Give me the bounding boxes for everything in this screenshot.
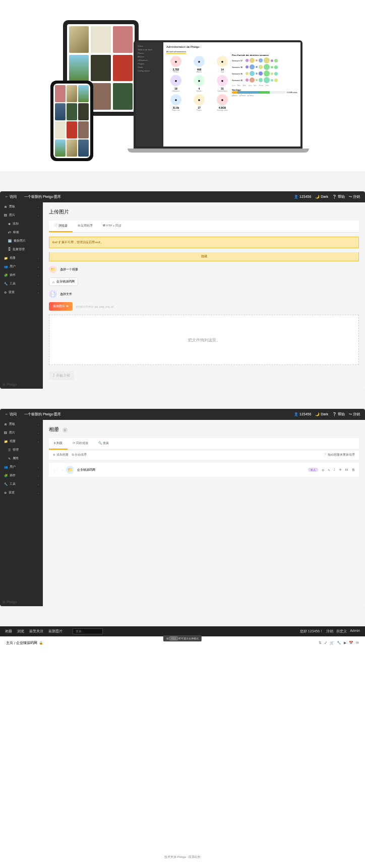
auto-sort-button[interactable]: ⇅ 自动排序 bbox=[72, 453, 87, 457]
drag-handle-icon[interactable]: ⋮⋮ bbox=[53, 468, 59, 472]
visit-link[interactable]: ← 访问 bbox=[5, 194, 17, 199]
dark-toggle[interactable]: 🌙 Dark bbox=[315, 195, 328, 199]
logout-link[interactable]: 注销 bbox=[326, 629, 333, 634]
toolbar-icon-6[interactable]: ✉ bbox=[356, 641, 359, 645]
start-upload-button: ⤴ 开始上传 bbox=[49, 371, 74, 380]
chevron-icon: › bbox=[38, 282, 39, 285]
sidebar-sub-2[interactable]: 🆕最新图片 bbox=[0, 237, 43, 245]
user-link[interactable]: 👤 123456 bbox=[294, 412, 311, 416]
logout-link[interactable]: ↪ 注销 bbox=[349, 412, 360, 417]
sidebar-sub-0[interactable]: ☰管理 bbox=[0, 446, 43, 454]
upload-tab-2[interactable]: ⇄ FTP + 同步 bbox=[98, 221, 127, 232]
sidebar-item-4[interactable]: 🧩插件› bbox=[0, 271, 43, 279]
album-action-5[interactable]: 🗑 bbox=[352, 468, 355, 471]
toolbar-icon-2[interactable]: 🛒 bbox=[330, 641, 334, 645]
album-tabs: ≡ 列表⟳ 回收链接🔍 搜索 bbox=[49, 438, 359, 450]
sidebar-item-2[interactable]: 📁相册› bbox=[0, 437, 43, 446]
privacy-badge: 私人 bbox=[308, 468, 318, 472]
chevron-right-icon[interactable]: › bbox=[62, 468, 63, 471]
chevron-icon: › bbox=[38, 491, 39, 494]
logout-link[interactable]: ↪ 注销 bbox=[349, 194, 360, 199]
toolbar-icon-4[interactable]: ▶ bbox=[344, 641, 346, 645]
nav-icon: 📁 bbox=[4, 440, 8, 443]
sidebar-item-1[interactable]: 🖼图片› bbox=[0, 428, 43, 437]
sidebar-item-0[interactable]: 🖥面板› bbox=[0, 420, 43, 428]
frontend-gallery: 相册浏览最受关注最新图片 您好 123456！ 注销 自定义 Admin 按 F… bbox=[0, 626, 365, 868]
breadcrumb-album[interactable]: 企业猫源码网 bbox=[16, 640, 37, 645]
customize-link[interactable]: 自定义 bbox=[336, 629, 347, 634]
chevron-icon: › bbox=[38, 474, 39, 477]
sidebar-item-2[interactable]: 📁相册› bbox=[0, 254, 43, 262]
sidebar-sub-1[interactable]: ✎属性 bbox=[0, 454, 43, 463]
nav-icon: 🔧 bbox=[4, 482, 8, 486]
nav-icon: 🖥 bbox=[4, 423, 7, 426]
chevron-icon: › bbox=[38, 265, 39, 268]
nav-link-2[interactable]: 最受关注 bbox=[29, 629, 43, 633]
hide-warning-btn[interactable]: 隐藏 bbox=[49, 252, 359, 261]
chevron-icon: › bbox=[38, 205, 39, 208]
nav-icon: 🖼 bbox=[4, 214, 7, 217]
album-action-1[interactable]: ✎ bbox=[328, 468, 330, 472]
nav-icon: 🧩 bbox=[4, 474, 8, 477]
sidebar-item-1[interactable]: 🖼图片› bbox=[0, 211, 43, 220]
toolbar-icon-0[interactable]: ⇅ bbox=[319, 641, 322, 645]
hero-devices: VisiterTableau de bordPhotosAlbumsUtilis… bbox=[0, 0, 365, 171]
sidebar-item-5[interactable]: 🔧工具› bbox=[0, 480, 43, 488]
nav-icon: 🖼 bbox=[4, 431, 7, 435]
chevron-icon: › bbox=[38, 431, 39, 435]
album-chip[interactable]: ⌂ 企业猫源码网 bbox=[49, 277, 78, 286]
admin-link[interactable]: Admin bbox=[350, 629, 360, 634]
breadcrumb-home[interactable]: 主页 bbox=[6, 640, 13, 645]
search-input[interactable] bbox=[73, 628, 103, 634]
dropzone[interactable]: 把文件拖到这里。 bbox=[49, 315, 359, 365]
dark-toggle[interactable]: 🌙 Dark bbox=[315, 412, 328, 416]
upload-tabs: 📄 浏览器⚙ 应用程序⇄ FTP + 同步 bbox=[49, 221, 359, 233]
sidebar-sub-3[interactable]: ≣批量管理 bbox=[0, 245, 43, 254]
sidebar-item-6[interactable]: ⚙设置› bbox=[0, 488, 43, 497]
chevron-icon: › bbox=[38, 291, 39, 294]
album-action-0[interactable]: ⚙ bbox=[322, 468, 324, 472]
sidebar-sub-1[interactable]: 🏷标签 bbox=[0, 228, 43, 237]
album-tab-2[interactable]: 🔍 搜索 bbox=[93, 438, 114, 450]
sidebar-item-5[interactable]: 🔧工具› bbox=[0, 279, 43, 288]
contact-link[interactable]: 联系站长 bbox=[189, 855, 201, 858]
piwigo-logo: ⊞ Piwigo bbox=[3, 383, 17, 387]
chevron-icon: › bbox=[38, 440, 39, 443]
laptop-dashboard: Administration de Piwigo Accueil adminis… bbox=[163, 42, 300, 147]
help-link[interactable]: ❔ 帮助 bbox=[332, 194, 345, 199]
album-tab-1[interactable]: ⟳ 回收链接 bbox=[68, 438, 93, 450]
sidebar-item-3[interactable]: 👥用户› bbox=[0, 463, 43, 471]
chevron-icon: › bbox=[38, 274, 39, 277]
sidebar-item-3[interactable]: 👥用户› bbox=[0, 262, 43, 271]
help-link[interactable]: ❔ 帮助 bbox=[332, 412, 345, 417]
album-tab-0[interactable]: ≡ 列表 bbox=[49, 438, 68, 450]
nav-link-1[interactable]: 浏览 bbox=[17, 629, 24, 633]
sidebar-item-0[interactable]: 🖥面板› bbox=[0, 202, 43, 211]
toolbar-icon-5[interactable]: 📅 bbox=[349, 641, 353, 645]
upload-tab-0[interactable]: 📄 浏览器 bbox=[49, 221, 73, 232]
admin-sidebar: 🖥面板›🖼图片›✚添加🏷标签🆕最新图片≣批量管理📁相册›👥用户›🧩插件›🔧工具›… bbox=[0, 202, 43, 389]
add-album-button[interactable]: ⊕ 添加相册 bbox=[53, 453, 69, 457]
album-action-3[interactable]: 👁 bbox=[339, 468, 342, 471]
sidebar-item-6[interactable]: ⚙设置› bbox=[0, 288, 43, 297]
toolbar-icon-3[interactable]: 🔧 bbox=[337, 641, 341, 645]
visit-link[interactable]: ← 访问 bbox=[5, 412, 17, 417]
admin-sidebar: 🖥面板›🖼图片›📁相册›☰管理✎属性👥用户›🧩插件›🔧工具›⚙设置› ⊞ Piw… bbox=[0, 420, 43, 606]
sub-icon: ✚ bbox=[8, 222, 11, 226]
nav-link-0[interactable]: 相册 bbox=[5, 629, 12, 633]
chevron-icon: › bbox=[38, 423, 39, 426]
album-action-4[interactable]: ⫿⫿ bbox=[345, 468, 348, 471]
toolbar-icon-1[interactable]: ⤢ bbox=[324, 641, 327, 645]
sidebar-sub-0[interactable]: ✚添加 bbox=[0, 220, 43, 228]
nav-icon: 👥 bbox=[4, 265, 8, 268]
admin-upload-panel: ← 访问 一个崭新的 Piwigo 图库 👤 123456 🌙 Dark ❔ 帮… bbox=[0, 191, 365, 389]
nav-link-3[interactable]: 最新图片 bbox=[48, 629, 63, 633]
user-link[interactable]: 👤 123456 bbox=[294, 195, 311, 199]
select-file-label: 选择文件 bbox=[60, 292, 72, 297]
exif-warning: Exif 扩展不可用，管理员应启用 exif。 bbox=[49, 237, 359, 248]
add-photo-button[interactable]: 添加图片 ✚ bbox=[49, 302, 73, 311]
sidebar-item-4[interactable]: 🧩插件› bbox=[0, 471, 43, 480]
album-row[interactable]: ⋮⋮ › 📁 企业猫源码网 私人 ⚙✎⤴👁⫿⫿🗑 bbox=[49, 463, 359, 477]
upload-tab-1[interactable]: ⚙ 应用程序 bbox=[73, 221, 98, 232]
album-action-2[interactable]: ⤴ bbox=[334, 468, 335, 471]
